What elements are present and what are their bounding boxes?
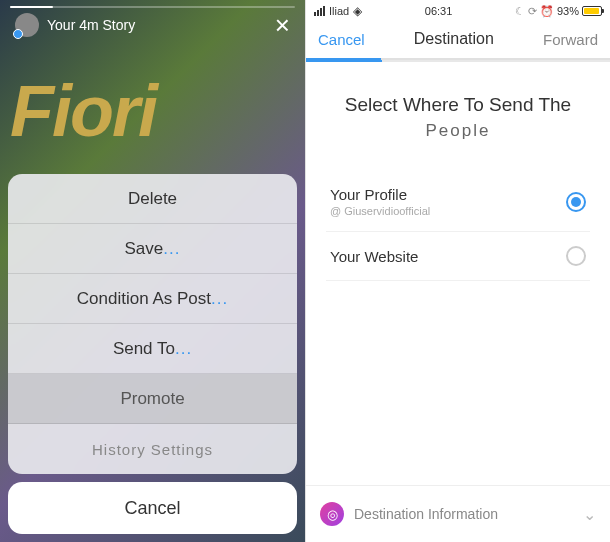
radio-unselected-icon[interactable] <box>566 246 586 266</box>
carrier-label: Iliad <box>329 5 349 17</box>
ellipsis-icon: ... <box>175 339 192 359</box>
battery-percent: 93% <box>557 5 579 17</box>
signal-icon <box>314 6 325 16</box>
story-topbar: Your 4m Story × <box>0 0 305 50</box>
cancel-label: Cancel <box>124 498 180 519</box>
battery-icon <box>582 6 602 16</box>
ellipsis-icon: ... <box>211 289 228 309</box>
action-sheet: Delete Save... Condition As Post... Send… <box>8 174 297 542</box>
page-heading: Select Where To Send The People <box>326 92 590 142</box>
cancel-button[interactable]: Cancel <box>8 482 297 534</box>
info-icon: ◎ <box>320 502 344 526</box>
delete-button[interactable]: Delete <box>8 174 297 224</box>
option-your-website[interactable]: Your Website <box>326 232 590 281</box>
save-label: Save <box>125 239 164 259</box>
status-right: ☾ ⟳ ⏰ 93% <box>515 5 602 18</box>
story-label: Your 4m Story <box>47 17 135 33</box>
option-title: Your Website <box>330 248 418 265</box>
wifi-icon: ◈ <box>353 4 362 18</box>
ellipsis-icon: ... <box>163 239 180 259</box>
footer-label: Destination Information <box>354 506 498 522</box>
avatar <box>15 13 39 37</box>
save-button[interactable]: Save... <box>8 224 297 274</box>
story-view: Fiori Your 4m Story × Delete Save... Con… <box>0 0 305 542</box>
destination-info-row[interactable]: ◎ Destination Information ⌄ <box>306 485 610 542</box>
dnd-icon: ☾ <box>515 5 525 18</box>
nav-bar: Cancel Destination Forward <box>306 20 610 60</box>
destination-options: Your Profile @ Giuservidioofficial Your … <box>326 172 590 281</box>
share-as-post-button[interactable]: Condition As Post... <box>8 274 297 324</box>
main-content: Select Where To Send The People Your Pro… <box>306 62 610 485</box>
option-title: Your Profile <box>330 186 430 203</box>
heading-line-1: Select Where To Send The <box>326 92 590 119</box>
status-left: Iliad ◈ <box>314 4 362 18</box>
promote-label: Promote <box>120 389 184 409</box>
close-icon[interactable]: × <box>275 10 290 41</box>
destination-screen: Iliad ◈ 06:31 ☾ ⟳ ⏰ 93% Cancel Destinati… <box>305 0 610 542</box>
option-your-profile[interactable]: Your Profile @ Giuservidioofficial <box>326 172 590 232</box>
send-label: Send To <box>113 339 175 359</box>
history-label: History Settings <box>92 441 213 458</box>
promote-button[interactable]: Promote <box>8 374 297 424</box>
status-time: 06:31 <box>425 5 453 17</box>
status-bar: Iliad ◈ 06:31 ☾ ⟳ ⏰ 93% <box>306 0 610 20</box>
story-overlay-text: Fiori <box>10 70 156 152</box>
story-user[interactable]: Your 4m Story <box>15 13 135 37</box>
nav-forward-button[interactable]: Forward <box>543 31 598 48</box>
add-story-dot-icon <box>13 29 23 39</box>
chevron-down-icon: ⌄ <box>583 505 596 524</box>
nav-cancel-button[interactable]: Cancel <box>318 31 365 48</box>
radio-selected-icon[interactable] <box>566 192 586 212</box>
delete-label: Delete <box>128 189 177 209</box>
option-subtitle: @ Giuservidioofficial <box>330 205 430 217</box>
action-sheet-options: Delete Save... Condition As Post... Send… <box>8 174 297 474</box>
heading-line-2: People <box>326 119 590 143</box>
send-to-button[interactable]: Send To... <box>8 324 297 374</box>
lock-icon: ⟳ <box>528 5 537 18</box>
nav-title: Destination <box>414 30 494 48</box>
history-settings-button[interactable]: History Settings <box>8 424 297 474</box>
share-label: Condition As Post <box>77 289 211 309</box>
alarm-icon: ⏰ <box>540 5 554 18</box>
